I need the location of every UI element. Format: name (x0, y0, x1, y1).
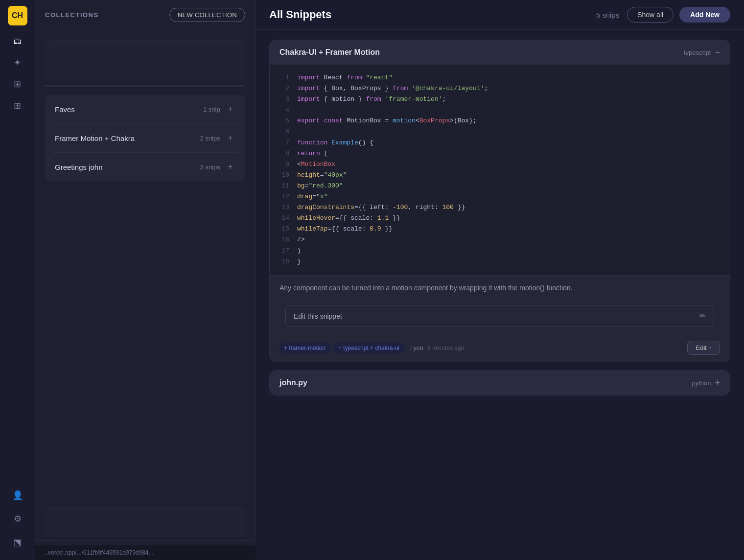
code-line: 16 /> (279, 234, 720, 245)
collection-item-framer[interactable]: Framer Motion + Chakra 2 snips + (45, 124, 245, 152)
collapse-button[interactable]: − (715, 48, 720, 57)
plus-square-icon[interactable]: ⊞ (8, 74, 27, 94)
language-label: python (692, 379, 711, 387)
add-new-button[interactable]: Add New (679, 7, 730, 23)
code-line: 1import React from "react" (279, 72, 720, 83)
code-block: 1import React from "react" 2import { Box… (270, 65, 730, 275)
collection-count: 3 snips (200, 163, 220, 171)
edit-snippet-label: Edit this snippet (294, 312, 342, 320)
edit-bar-wrapper: Edit this snippet ✏ (270, 300, 730, 336)
collection-name: Faves (55, 105, 75, 114)
partial-card (45, 40, 245, 79)
collections-list: Faves 1 snip + Framer Motion + Chakra 2 … (35, 30, 255, 503)
snippet-author: : you (410, 344, 423, 351)
plus-square-icon-2[interactable]: ⊞ (8, 96, 27, 116)
collection-count: 2 snips (200, 135, 220, 142)
user-icon[interactable]: 👤 (8, 486, 27, 505)
edit-snippet-bar[interactable]: Edit this snippet ✏ (285, 305, 714, 327)
code-line: 5export const MotionBox = motion<BoxProp… (279, 116, 720, 126)
collection-card: Faves 1 snip + Framer Motion + Chakra 2 … (45, 95, 245, 181)
collection-meta: 1 snip + (203, 104, 235, 115)
app-logo[interactable]: CH (8, 6, 27, 25)
url-text: ...vercel.app/.../611fb9f449591a979d984.… (43, 549, 154, 556)
snip-count: 5 snips (596, 11, 620, 19)
edit-button[interactable]: Edit ↑ (687, 341, 720, 355)
status-bar: ...vercel.app/.../611fb9f449591a979d984.… (35, 545, 256, 560)
snippet-footer: + framer-motion + typescript + chakra-ui… (270, 336, 730, 362)
snippet-time: 9 minutes ago. (427, 345, 466, 351)
folder-icon[interactable]: 🗂 (8, 31, 27, 51)
snippet-lang: typescript − (684, 48, 720, 57)
snippet-title: Chakra-UI + Framer Motion (279, 48, 380, 57)
collection-meta: 3 snips + (200, 162, 235, 172)
collection-add-icon[interactable]: + (225, 104, 235, 115)
code-line: 12 drag="x" (279, 191, 720, 202)
snippet-card-chakra: Chakra-UI + Framer Motion typescript − 1… (269, 40, 730, 362)
collection-add-icon[interactable]: + (225, 162, 235, 172)
code-line: 2import { Box, BoxProps } from '@chakra-… (279, 83, 720, 94)
code-line: 3import { motion } from 'framer-motion'; (279, 94, 720, 105)
code-line: 4 (279, 105, 720, 116)
snippet-card-john-py: john.py python + (269, 370, 730, 396)
code-line: 18} (279, 257, 720, 267)
code-line: 17 ) (279, 246, 720, 257)
collection-item-faves[interactable]: Faves 1 snip + (45, 95, 245, 123)
collections-title: COLLECTIONS (45, 11, 99, 19)
main-content: All Snippets 5 snips Show all Add New Ch… (256, 0, 744, 560)
snippet-title: john.py (279, 378, 307, 387)
code-line: 8 return ( (279, 148, 720, 159)
collection-item-greetings[interactable]: Greetings john 3 snips + (45, 153, 245, 181)
icon-bar: CH 🗂 ✦ ⊞ ⊞ 👤 ⚙ ⬔ (0, 0, 35, 560)
code-line: 7function Example() { (279, 138, 720, 148)
snippet-description: Any component can be turned into a motio… (270, 275, 730, 300)
code-line: 15 whileTap={{ scale: 0.9 }} (279, 224, 720, 234)
snippets-title: All Snippets (269, 8, 596, 21)
new-collection-button[interactable]: NEW COLLECTION (169, 8, 245, 22)
collection-meta: 2 snips + (200, 133, 235, 143)
snippet-card-header-small: john.py python + (270, 371, 730, 395)
tag-framer-motion[interactable]: + framer-motion (279, 343, 330, 353)
expand-button[interactable]: + (715, 378, 720, 387)
separator (45, 85, 245, 87)
code-line: 10 height="40px" (279, 170, 720, 181)
magic-icon[interactable]: ✦ (8, 53, 27, 72)
snippet-card-header: Chakra-UI + Framer Motion typescript − (270, 40, 730, 65)
code-line: 14 whileHover={{ scale: 1.1 }} (279, 213, 720, 224)
collection-count: 1 snip (203, 106, 220, 113)
snippets-header: All Snippets 5 snips Show all Add New (256, 0, 744, 30)
pencil-icon[interactable]: ✏ (699, 311, 706, 321)
collection-name: Framer Motion + Chakra (55, 134, 135, 142)
show-all-button[interactable]: Show all (627, 7, 674, 23)
tag-typescript-chakra[interactable]: + typescript + chakra-ui (334, 343, 404, 353)
collections-header: COLLECTIONS NEW COLLECTION (35, 0, 255, 30)
gear-icon[interactable]: ⚙ (8, 509, 27, 529)
code-line: 6 (279, 126, 720, 137)
sign-out-icon[interactable]: ⬔ (8, 533, 27, 552)
partial-bottom-card (45, 507, 245, 537)
code-line: 11 bg="red.300" (279, 181, 720, 191)
snippets-body: Chakra-UI + Framer Motion typescript − 1… (256, 30, 744, 405)
collections-panel: COLLECTIONS NEW COLLECTION Faves 1 snip … (35, 0, 256, 560)
code-line: 9 <MotionBox (279, 159, 720, 170)
collection-name: Greetings john (55, 163, 103, 171)
snippet-lang: python + (692, 378, 720, 387)
collection-add-icon[interactable]: + (225, 133, 235, 143)
code-line: 13 dragConstraints={{ left: -100, right:… (279, 202, 720, 213)
language-label: typescript (684, 49, 711, 56)
